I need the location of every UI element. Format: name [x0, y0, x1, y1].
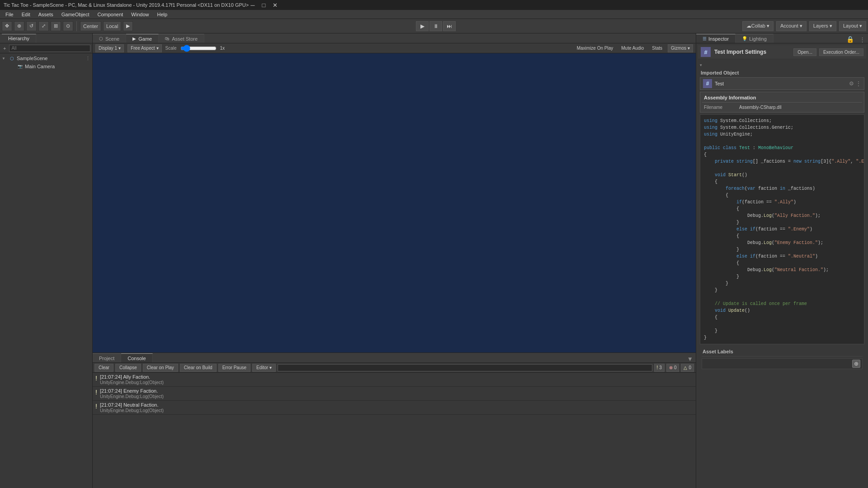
menu-gameobject[interactable]: GameObject: [58, 10, 93, 19]
hierarchy-item-scene[interactable]: ▼ ⬡ SampleScene ⋮: [0, 54, 92, 62]
tab-scene[interactable]: ⬡ Scene: [93, 34, 126, 43]
imported-object-row: # Test ⚙ ⋮: [700, 77, 864, 90]
inspector-content: # Test Import Settings Open... Execution…: [696, 43, 868, 488]
extra-toolbar-btn[interactable]: ▶: [123, 21, 133, 31]
clear-on-play-button[interactable]: Clear on Play: [143, 364, 178, 372]
aspect-arrow: ▾: [156, 46, 159, 51]
error-count-badge: ⊗ 0: [666, 364, 679, 372]
maximize-button[interactable]: □: [260, 2, 267, 9]
account-label: Account ▾: [780, 23, 802, 29]
account-button[interactable]: Account ▾: [776, 21, 807, 31]
title-bar: Tic Tac Toe - SampleScene - PC, Mac & Li…: [0, 0, 868, 10]
aspect-selector[interactable]: Free Aspect ▾: [127, 44, 161, 52]
asset-store-icon: 🛍: [165, 36, 170, 41]
menu-edit[interactable]: Edit: [18, 10, 34, 19]
bottom-panel-collapse[interactable]: ▼: [684, 356, 696, 362]
separator-1: [76, 21, 77, 31]
tab-project[interactable]: Project: [93, 353, 121, 362]
title-bar-title: Tic Tac Toe - SampleScene - PC, Mac & Li…: [4, 2, 249, 8]
tab-console[interactable]: Console: [121, 353, 152, 362]
console-row-neutral[interactable]: ! [21:07:24] Neutral Faction. UnityEngin…: [93, 401, 696, 415]
scene-options-icon[interactable]: ⋮: [85, 56, 90, 61]
error-pause-button[interactable]: Error Pause: [218, 364, 250, 372]
editor-dropdown[interactable]: Editor ▾: [252, 364, 276, 372]
console-row-enemy[interactable]: ! [21:07:24] Enemy Faction. UnityEngine.…: [93, 387, 696, 401]
tool-move[interactable]: ⊕: [14, 21, 24, 31]
tool-rect[interactable]: ⊞: [51, 21, 61, 31]
hierarchy-tabs: Hierarchy: [0, 33, 92, 43]
title-bar-controls: ─ □ ✕: [249, 2, 279, 9]
gizmos-button[interactable]: Gizmos ▾: [668, 44, 693, 52]
inspector-tab-label: Inspector: [708, 36, 729, 42]
scene-tab-icon: ⬡: [99, 36, 103, 41]
close-button[interactable]: ✕: [271, 2, 279, 9]
collapse-button[interactable]: Collapse: [115, 364, 141, 372]
scale-value: 1x: [220, 46, 225, 51]
tab-game[interactable]: ▶ Game: [126, 34, 159, 43]
hierarchy-tab[interactable]: Hierarchy: [2, 34, 36, 43]
play-button[interactable]: ▶: [416, 21, 429, 31]
tab-asset-store[interactable]: 🛍 Asset Store: [159, 34, 204, 43]
center-panel: ⬡ Scene ▶ Game 🛍 Asset Store Display 1 ▾…: [93, 33, 696, 488]
menu-component[interactable]: Component: [94, 10, 127, 19]
game-viewport: [93, 53, 696, 352]
console-main-ally: [21:07:24] Ally Faction.: [100, 374, 164, 380]
clear-button[interactable]: Clear: [94, 364, 113, 372]
tool-scale[interactable]: ⤢: [38, 21, 49, 31]
menu-help[interactable]: Help: [153, 10, 171, 19]
more-icon[interactable]: ⋮: [856, 80, 861, 87]
scale-label: Scale: [165, 46, 177, 51]
menu-file[interactable]: File: [2, 10, 17, 19]
inspector-collapse-arrow[interactable]: ▾: [698, 62, 866, 68]
main-layout: Hierarchy + ▼ ⬡ SampleScene ⋮ ▶ 📷 Main C…: [0, 33, 868, 488]
warn-count: 3: [659, 365, 662, 370]
hierarchy-item-camera[interactable]: ▶ 📷 Main Camera: [0, 62, 92, 70]
warn-badge-icon: △: [684, 365, 687, 370]
game-toolbar: Display 1 ▾ Free Aspect ▾ Scale 1x Maxim…: [93, 43, 696, 53]
hierarchy-panel: Hierarchy + ▼ ⬡ SampleScene ⋮ ▶ 📷 Main C…: [0, 33, 93, 488]
mute-audio-label[interactable]: Mute Audio: [618, 45, 646, 51]
hierarchy-search-input[interactable]: [9, 45, 90, 52]
local-toggle[interactable]: Local: [103, 21, 121, 31]
lighting-tab[interactable]: 💡 Lighting: [736, 34, 774, 43]
stats-label[interactable]: Stats: [649, 45, 665, 51]
display-arrow: ▾: [118, 46, 121, 51]
maximize-on-play-label[interactable]: Maximize On Play: [574, 45, 616, 51]
tool-hand[interactable]: ✥: [2, 21, 12, 31]
tool-rotate[interactable]: ↺: [26, 21, 37, 31]
menu-window[interactable]: Window: [127, 10, 152, 19]
collab-button[interactable]: ☁ Collab ▾: [742, 21, 774, 31]
asset-labels-title: Asset Labels: [702, 348, 863, 357]
inspector-lock-btn[interactable]: 🔒: [844, 36, 857, 43]
play-controls: ▶ ⏸ ⏭: [416, 21, 456, 31]
inspector-menu-btn[interactable]: ⋮: [857, 36, 868, 43]
execution-order-button[interactable]: Execution Order...: [819, 48, 863, 56]
console-sub-neutral: UnityEngine.Debug:Log(Object): [100, 408, 164, 413]
tool-transform[interactable]: ⊙: [63, 21, 73, 31]
console-row-ally[interactable]: ! [21:07:24] Ally Faction. UnityEngine.D…: [93, 373, 696, 387]
settings-icon[interactable]: ⚙: [849, 80, 854, 87]
clear-on-build-button[interactable]: Clear on Build: [180, 364, 217, 372]
open-button[interactable]: Open...: [793, 48, 816, 56]
menu-assets[interactable]: Assets: [35, 10, 57, 19]
hierarchy-add-btn[interactable]: +: [2, 46, 7, 51]
scene-icon: ⬡: [8, 55, 15, 62]
layout-button[interactable]: Layout ▾: [839, 21, 866, 31]
inspector-tabs: ☰ Inspector 💡 Lighting 🔒 ⋮: [696, 33, 868, 43]
warn-badge-2: △ 0: [681, 364, 694, 372]
bottom-panel: Project Console ▼ Clear Collapse Clear o…: [93, 352, 696, 488]
step-button[interactable]: ⏭: [443, 21, 456, 31]
pause-button[interactable]: ⏸: [429, 21, 442, 31]
inspector-tab[interactable]: ☰ Inspector: [696, 34, 736, 43]
project-tab-label: Project: [99, 356, 114, 361]
imported-name: Test: [715, 81, 846, 86]
lighting-icon: 💡: [742, 36, 747, 41]
minimize-button[interactable]: ─: [249, 2, 256, 9]
asset-labels-content: ⊕: [702, 358, 863, 369]
display-selector[interactable]: Display 1 ▾: [95, 44, 124, 52]
layers-button[interactable]: Layers ▾: [809, 21, 836, 31]
asset-tag-button[interactable]: ⊕: [852, 360, 860, 368]
scale-slider[interactable]: [180, 46, 217, 51]
console-search-input[interactable]: [278, 364, 652, 371]
center-local-toggle[interactable]: Center: [80, 21, 101, 31]
